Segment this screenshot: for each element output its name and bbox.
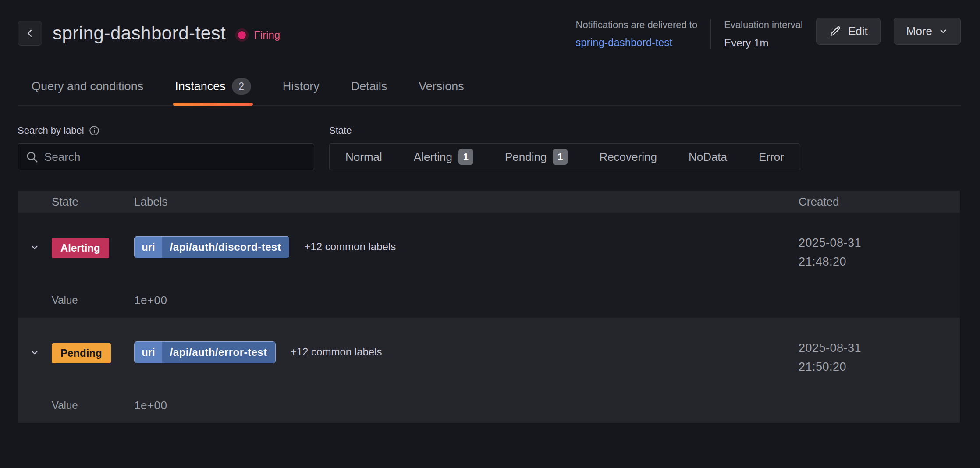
chevron-down-icon — [29, 347, 40, 358]
state-badge-alerting: Alerting — [52, 238, 109, 258]
evaluation-meta: Evaluation interval Every 1m — [724, 18, 803, 49]
tab-history[interactable]: History — [281, 76, 321, 105]
column-header-created: Created — [799, 195, 960, 209]
created-date: 2025-08-31 — [799, 339, 960, 358]
instances-table: State Labels Created Alerting uri /api/a — [18, 191, 960, 423]
label-key: uri — [135, 342, 162, 363]
notifications-meta: Notifications are delivered to spring-da… — [576, 18, 698, 49]
filters-row: Search by label State Normal Alerting — [18, 125, 961, 170]
created-cell: 2025-08-31 21:48:20 — [799, 234, 960, 271]
pending-count-badge: 1 — [553, 149, 568, 165]
table-row: Pending uri /api/auth/error-test +12 com… — [18, 339, 960, 396]
edit-button[interactable]: Edit — [816, 18, 881, 45]
tab-label: Versions — [419, 80, 464, 93]
edit-button-label: Edit — [848, 25, 868, 38]
created-time: 21:48:20 — [799, 252, 960, 271]
state-option-alerting[interactable]: Alerting 1 — [398, 144, 489, 170]
tab-label: Query and conditions — [32, 80, 143, 93]
back-button[interactable] — [18, 21, 42, 46]
created-time: 21:50:20 — [799, 358, 960, 376]
label-value: /api/auth/error-test — [162, 342, 275, 363]
status-label: Firing — [254, 29, 280, 41]
row-expand-toggle[interactable] — [18, 339, 52, 358]
page-header: spring-dashbord-test Firing Notification… — [18, 0, 961, 49]
label-pill[interactable]: uri /api/auth/error-test — [134, 341, 276, 363]
alert-rule-page: spring-dashbord-test Firing Notification… — [0, 0, 980, 468]
tab-label: Instances — [175, 80, 226, 93]
pencil-icon — [829, 25, 842, 38]
row-expand-toggle[interactable] — [18, 234, 52, 253]
page-title: spring-dashbord-test — [53, 23, 226, 44]
label-value: /api/auth/discord-test — [162, 237, 289, 258]
label-pill[interactable]: uri /api/auth/discord-test — [134, 236, 289, 258]
evaluation-caption: Evaluation interval — [724, 19, 803, 31]
state-option-recovering[interactable]: Recovering — [583, 144, 673, 170]
more-button[interactable]: More — [894, 18, 961, 45]
search-by-label-block: Search by label — [18, 125, 314, 170]
info-icon[interactable] — [89, 125, 100, 136]
value-caption: Value — [52, 291, 134, 306]
tab-label: Details — [351, 80, 387, 93]
state-filter-label: State — [329, 125, 800, 136]
value-row: Value 1e+00 — [18, 396, 960, 423]
notifications-target-link[interactable]: spring-dashbord-test — [576, 37, 698, 49]
state-option-nodata[interactable]: NoData — [673, 144, 743, 170]
chevron-down-icon — [29, 241, 40, 253]
search-label: Search by label — [18, 125, 314, 136]
more-button-label: More — [906, 25, 932, 38]
alerting-count-badge: 1 — [458, 149, 473, 165]
instance-group-pending: Pending uri /api/auth/error-test +12 com… — [18, 318, 960, 423]
tab-instances[interactable]: Instances 2 — [173, 76, 253, 105]
column-header-labels: Labels — [134, 195, 799, 209]
chevron-left-icon — [24, 27, 36, 39]
state-badge-pending: Pending — [52, 343, 111, 363]
value-row: Value 1e+00 — [18, 291, 960, 318]
common-labels-text: +12 common labels — [304, 241, 396, 253]
label-key: uri — [135, 237, 162, 258]
tab-bar: Query and conditions Instances 2 History… — [18, 76, 961, 106]
search-icon — [25, 150, 39, 163]
header-actions: Notifications are delivered to spring-da… — [576, 18, 961, 49]
tab-query-and-conditions[interactable]: Query and conditions — [30, 76, 145, 105]
table-header-row: State Labels Created — [18, 191, 960, 213]
value-number: 1e+00 — [134, 396, 799, 412]
search-input[interactable] — [18, 143, 314, 170]
table-row: Alerting uri /api/auth/discord-test +12 … — [18, 234, 960, 291]
state-filter-group: Normal Alerting 1 Pending 1 Recovering N… — [329, 143, 800, 170]
instances-count-badge: 2 — [232, 78, 251, 95]
value-number: 1e+00 — [134, 291, 799, 307]
evaluation-value: Every 1m — [724, 37, 803, 49]
state-option-normal[interactable]: Normal — [330, 144, 398, 170]
notifications-caption: Notifications are delivered to — [576, 19, 698, 31]
created-cell: 2025-08-31 21:50:20 — [799, 339, 960, 376]
created-date: 2025-08-31 — [799, 234, 960, 252]
value-caption: Value — [52, 396, 134, 411]
chevron-down-icon — [938, 26, 948, 36]
instance-group-alerting: Alerting uri /api/auth/discord-test +12 … — [18, 213, 960, 318]
tab-details[interactable]: Details — [349, 76, 389, 105]
firing-dot-icon — [235, 28, 249, 42]
state-option-pending[interactable]: Pending 1 — [489, 144, 583, 170]
state-filter-block: State Normal Alerting 1 Pending 1 Recove… — [329, 125, 800, 170]
header-divider — [710, 19, 711, 49]
state-option-error[interactable]: Error — [743, 144, 800, 170]
tab-label: History — [283, 80, 320, 93]
tab-versions[interactable]: Versions — [417, 76, 466, 105]
column-header-state: State — [52, 195, 134, 209]
common-labels-text: +12 common labels — [291, 346, 382, 358]
status-badge: Firing — [235, 28, 280, 42]
